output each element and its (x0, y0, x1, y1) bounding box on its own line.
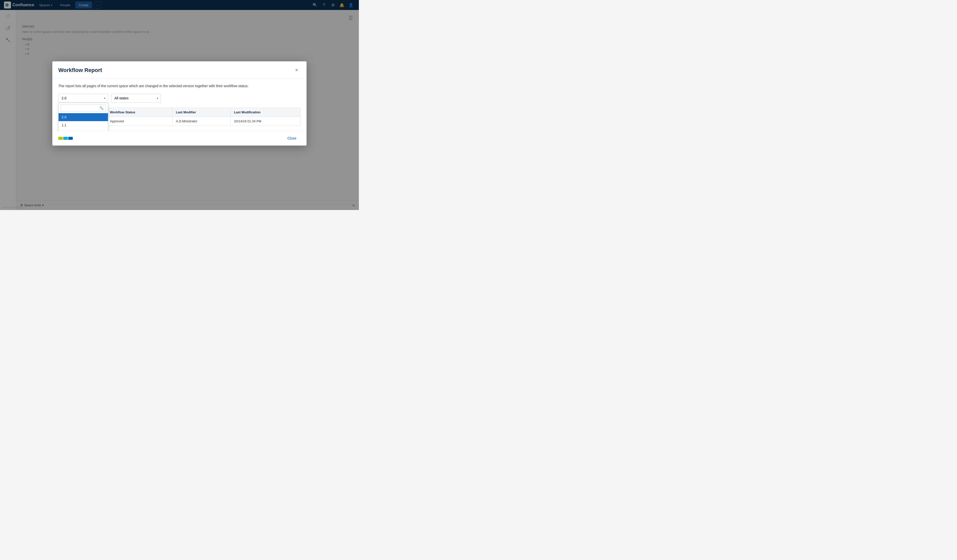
col-workflow-status: Workflow Status (106, 107, 172, 117)
states-selected-label: All states (114, 96, 129, 100)
version-option-2-0[interactable]: 2.0 (58, 113, 108, 121)
close-icon: × (295, 67, 298, 73)
dropdown-search-row: 🔍 (58, 103, 108, 113)
dropdown-search-input[interactable] (60, 104, 106, 111)
modal-footer-close-button[interactable]: Close (283, 134, 300, 142)
table-cell-last-modifier: A.D.Ministrator (172, 117, 230, 126)
dropdown-search-icon: 🔍 (99, 106, 103, 110)
version-option-1-0[interactable]: 1.0 (58, 129, 108, 131)
modal-body: The report lists all pages of the curren… (52, 79, 306, 131)
logo-color-blue (68, 137, 73, 140)
states-dropdown-button[interactable]: All states ▾ (111, 94, 161, 103)
version-dropdown-arrow: ▾ (104, 96, 106, 99)
table-cell-workflow-status: Approved (106, 117, 172, 126)
modal-controls: 2.0 ▾ 🔍 2.0 1.1 1.0 All states (58, 94, 300, 103)
workflow-report-modal: Workflow Report × The report lists all p… (52, 61, 306, 145)
logo-color-cyan (63, 137, 68, 140)
col-last-modifier: Last Modifier (172, 107, 230, 117)
version-option-1-1[interactable]: 1.1 (58, 121, 108, 129)
states-dropdown-wrapper: All states ▾ (111, 94, 161, 103)
version-dropdown-button[interactable]: 2.0 ▾ (58, 94, 108, 103)
version-selected-label: 2.0 (62, 96, 66, 100)
table-cell-last-modification: 10/14/16 01:34 PM (230, 117, 300, 126)
modal-title: Workflow Report (58, 67, 102, 74)
logo-color-yellow (58, 137, 63, 140)
col-last-modification: Last Modification (230, 107, 300, 117)
modal-close-button[interactable]: × (292, 66, 300, 74)
states-dropdown-arrow: ▾ (157, 96, 158, 99)
version-dropdown-wrapper: 2.0 ▾ 🔍 2.0 1.1 1.0 (58, 94, 108, 103)
footer-logo (58, 137, 73, 140)
logo-color-blocks (58, 137, 73, 140)
modal-description: The report lists all pages of the curren… (58, 84, 300, 89)
version-dropdown-menu: 🔍 2.0 1.1 1.0 (58, 103, 108, 131)
modal-header: Workflow Report × (52, 61, 306, 79)
modal-footer: Close (52, 131, 306, 145)
